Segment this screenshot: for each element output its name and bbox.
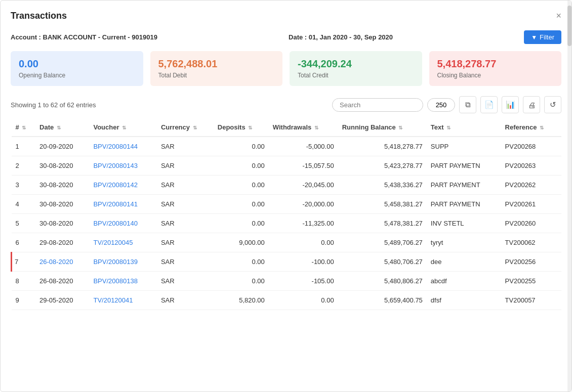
cell-withdrawals: -100.00 — [269, 252, 338, 272]
filter-icon: ▼ — [531, 34, 537, 41]
total-credit-label: Total Credit — [298, 72, 414, 79]
cell-voucher: BPV/20080141 — [89, 195, 156, 214]
cell-running-balance: 5,478,381.27 — [338, 214, 427, 233]
col-withdrawals: Withdrawals ⇅ — [269, 118, 338, 137]
excel-button[interactable]: 📊 — [502, 96, 519, 113]
account-value: BANK ACCOUNT - Current - 9019019 — [43, 33, 157, 41]
scrollbar[interactable] — [567, 1, 571, 391]
table-row: 7 26-08-2020 BPV/20080139 SAR 0.00 -100.… — [12, 252, 562, 272]
total-debit-card: 5,762,488.01 Total Debit — [150, 51, 283, 86]
entries-info: Showing 1 to 62 of 62 entries — [11, 101, 96, 109]
close-button[interactable]: × — [556, 11, 561, 21]
cell-withdrawals: -5,000.00 — [269, 137, 338, 156]
voucher-link[interactable]: BPV/20080138 — [93, 277, 137, 285]
date-value: 30-08-2020 — [39, 200, 73, 208]
scrollbar-thumb[interactable] — [567, 6, 571, 46]
voucher-link[interactable]: BPV/20080144 — [93, 143, 137, 150]
print-button[interactable]: 🖨 — [523, 96, 540, 113]
page-size-input[interactable] — [427, 98, 455, 112]
cell-deposits: 0.00 — [214, 156, 269, 176]
cell-text: PART PAYMETN — [427, 195, 501, 214]
cell-date: 26-08-2020 — [35, 272, 89, 291]
filter-button[interactable]: ▼ Filter — [524, 30, 561, 44]
cell-currency: SAR — [157, 137, 214, 156]
cell-date: 29-08-2020 — [35, 233, 89, 252]
date-link[interactable]: 26-08-2020 — [39, 258, 73, 266]
opening-balance-value: 0.00 — [19, 58, 135, 70]
cell-date: 26-08-2020 — [35, 252, 89, 272]
cell-currency: SAR — [157, 272, 214, 291]
cell-voucher: BPV/20080138 — [89, 272, 156, 291]
cell-date: 30-08-2020 — [35, 195, 89, 214]
voucher-link[interactable]: BPV/20080139 — [93, 258, 137, 266]
cell-reference: TV200062 — [501, 233, 561, 252]
table-body: 1 20-09-2020 BPV/20080144 SAR 0.00 -5,00… — [12, 137, 562, 310]
cell-date: 29-05-2020 — [35, 291, 89, 310]
cell-currency: SAR — [157, 176, 214, 195]
closing-balance-value: 5,418,278.77 — [437, 58, 554, 70]
cell-withdrawals: -105.00 — [269, 272, 338, 291]
date-value: 30-08-2020 — [39, 220, 73, 227]
modal-header: Transactions × — [11, 11, 561, 21]
total-debit-label: Total Debit — [158, 72, 275, 79]
cell-running-balance: 5,458,381.27 — [338, 195, 427, 214]
account-prefix: Account : — [11, 33, 41, 41]
filter-label: Filter — [540, 33, 554, 41]
voucher-link[interactable]: TV/20120045 — [93, 239, 133, 246]
cell-reference: PV200255 — [501, 272, 561, 291]
cell-currency: SAR — [157, 195, 214, 214]
cell-deposits: 0.00 — [214, 176, 269, 195]
search-input[interactable] — [332, 98, 423, 112]
cell-text: INV STETL — [427, 214, 501, 233]
table-header: # ⇅ Date ⇅ Voucher ⇅ Currency ⇅ Deposits… — [12, 118, 562, 137]
col-running-balance: Running Balance ⇅ — [338, 118, 427, 137]
col-deposits: Deposits ⇅ — [214, 118, 269, 137]
account-info: Account : BANK ACCOUNT - Current - 90190… — [11, 33, 157, 41]
cell-num: 4 — [12, 195, 36, 214]
cell-withdrawals: -20,045.00 — [269, 176, 338, 195]
voucher-link[interactable]: BPV/20080143 — [93, 162, 137, 169]
date-value: 29-08-2020 — [39, 239, 73, 246]
print-icon: 🖨 — [528, 101, 536, 109]
table-row: 2 30-08-2020 BPV/20080143 SAR 0.00 -15,0… — [12, 156, 562, 176]
cell-reference: PV200268 — [501, 137, 561, 156]
cell-reference: PV200256 — [501, 252, 561, 272]
copy-icon: ⧉ — [465, 100, 471, 109]
cell-text: tyryt — [427, 233, 501, 252]
cell-voucher: BPV/20080139 — [89, 252, 156, 272]
cell-reference: PV200261 — [501, 195, 561, 214]
voucher-link[interactable]: TV/20120041 — [93, 296, 133, 304]
date-value: 30-08-2020 — [39, 181, 73, 189]
cell-text: PART PAYMENT — [427, 176, 501, 195]
refresh-icon: ↺ — [550, 100, 556, 109]
voucher-link[interactable]: BPV/20080140 — [93, 220, 137, 227]
total-credit-card: -344,209.24 Total Credit — [290, 51, 422, 86]
cell-date: 30-08-2020 — [35, 176, 89, 195]
cell-voucher: BPV/20080140 — [89, 214, 156, 233]
cell-num: 9 — [12, 291, 36, 310]
cell-num: 2 — [12, 156, 36, 176]
date-value: 30-08-2020 — [39, 162, 73, 169]
csv-button[interactable]: 📄 — [480, 96, 498, 113]
copy-button[interactable]: ⧉ — [459, 96, 476, 113]
col-reference: Reference ⇅ — [501, 118, 561, 137]
cell-text: dfsf — [427, 291, 501, 310]
cell-deposits: 0.00 — [214, 137, 269, 156]
refresh-button[interactable]: ↺ — [544, 96, 561, 113]
cell-deposits: 0.00 — [214, 272, 269, 291]
voucher-link[interactable]: BPV/20080142 — [93, 181, 137, 189]
col-text: Text ⇅ — [427, 118, 501, 137]
cell-text: SUPP — [427, 137, 501, 156]
cell-running-balance: 5,489,706.27 — [338, 233, 427, 252]
modal-title: Transactions — [11, 11, 67, 21]
date-prefix: Date : — [289, 33, 307, 41]
cell-date: 30-08-2020 — [35, 214, 89, 233]
voucher-link[interactable]: BPV/20080141 — [93, 200, 137, 208]
cell-num: 1 — [12, 137, 36, 156]
cell-reference: PV200262 — [501, 176, 561, 195]
cell-currency: SAR — [157, 156, 214, 176]
cell-running-balance: 5,438,336.27 — [338, 176, 427, 195]
excel-icon: 📊 — [506, 100, 515, 109]
summary-cards: 0.00 Opening Balance 5,762,488.01 Total … — [11, 51, 561, 86]
table-row: 4 30-08-2020 BPV/20080141 SAR 0.00 -20,0… — [12, 195, 562, 214]
